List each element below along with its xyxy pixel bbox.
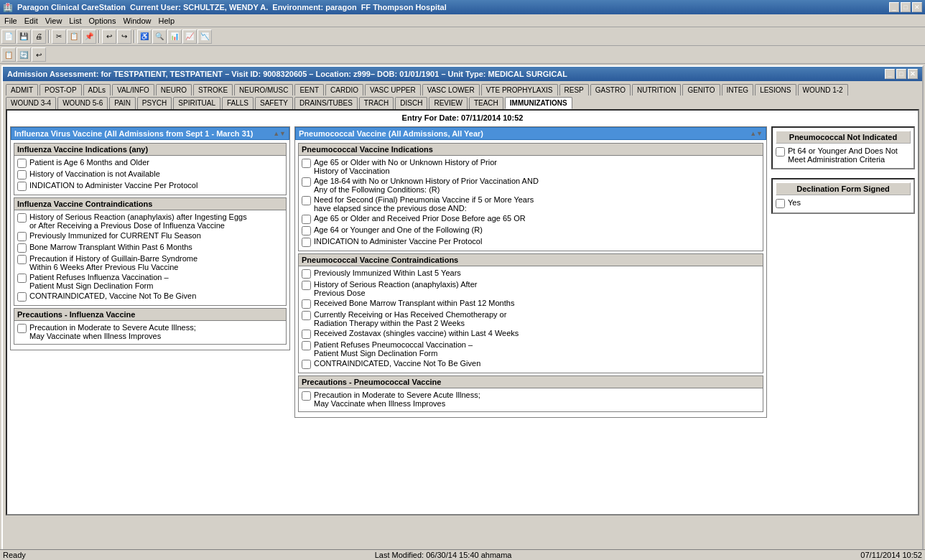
menu-bar: File Edit View List Options Window Help [0, 14, 925, 27]
pneumo-contra-3-checkbox[interactable] [302, 299, 311, 309]
tab-spiritual[interactable]: SPIRITUAL [173, 97, 220, 109]
influenza-contraindications-content: History of Serious Reaction (anaphylaxis… [14, 210, 286, 305]
tab-disch[interactable]: DISCH [395, 97, 427, 109]
menu-list[interactable]: List [66, 16, 84, 26]
pneumo-contra-2-checkbox[interactable] [302, 281, 311, 290]
tab-trach[interactable]: TRACH [359, 97, 394, 109]
influenza-indication-1-checkbox[interactable] [17, 159, 27, 168]
toolbar-btn-4[interactable]: ✂ [52, 29, 66, 44]
tab-wound12[interactable]: WOUND 1-2 [798, 84, 848, 95]
menu-options[interactable]: Options [85, 16, 118, 26]
pneumo-indication-6-checkbox[interactable] [302, 238, 311, 247]
pneumo-not-indicated-label: Pt 64 or Younger And Does NotMeet Admini… [788, 146, 898, 164]
pneumo-not-indicated-checkbox[interactable] [776, 147, 785, 157]
pneumo-indication-2-checkbox[interactable] [302, 177, 311, 187]
toolbar-btn-6[interactable]: 📌 [82, 29, 96, 44]
pneumococcal-scroll[interactable]: ▲▼ [750, 130, 763, 137]
influenza-precautions-content: Precaution in Moderate to Severe Acute I… [14, 321, 286, 344]
tab-admit[interactable]: ADMIT [6, 84, 38, 95]
toolbar-btn-13[interactable]: 📉 [197, 29, 212, 44]
menu-help[interactable]: Help [156, 16, 178, 26]
tab-lesions[interactable]: LESIONS [755, 84, 796, 95]
window-maximize[interactable]: □ [896, 69, 906, 79]
influenza-contra-6-checkbox[interactable] [17, 292, 27, 302]
toolbar2: 📋 🔄 ↩ [0, 46, 925, 64]
window-controls[interactable]: _ □ ✕ [885, 69, 918, 79]
influenza-precaution-1-checkbox[interactable] [17, 324, 27, 333]
influenza-contra-2-checkbox[interactable] [17, 232, 27, 241]
toolbar2-btn-3[interactable]: ↩ [32, 47, 46, 62]
tab-vascupper[interactable]: VASC UPPER [365, 84, 421, 95]
tab-review[interactable]: REVIEW [429, 97, 467, 109]
tab-pain[interactable]: PAIN [109, 97, 136, 109]
pneumo-contra-5-checkbox[interactable] [302, 330, 311, 339]
menu-file[interactable]: File [1, 16, 20, 26]
toolbar-btn-8[interactable]: ↪ [117, 29, 131, 44]
tab-valinfo[interactable]: VAL/INFO [112, 84, 154, 95]
pneumococcal-indications-box: Pneumococcal Vaccine Indications Age 65 … [298, 143, 763, 251]
pneumo-contra-6-checkbox[interactable] [302, 341, 311, 350]
tab-immunizations[interactable]: IMMUNIZATIONS [505, 97, 572, 109]
tab-cardio[interactable]: CARDIO [325, 84, 363, 95]
toolbar-btn-3[interactable]: 🖨 [32, 29, 46, 44]
pneumo-indication-3-checkbox[interactable] [302, 196, 311, 205]
tab-wound34[interactable]: WOUND 3-4 [6, 97, 56, 109]
toolbar-btn-11[interactable]: 📊 [167, 29, 182, 44]
menu-window[interactable]: Window [120, 16, 154, 26]
tab-vteprophylaxis[interactable]: VTE PROPHYLAXIS [481, 84, 558, 95]
pneumo-indication-5-checkbox[interactable] [302, 226, 311, 235]
influenza-contra-3-checkbox[interactable] [17, 243, 27, 253]
menu-edit[interactable]: Edit [22, 16, 41, 26]
influenza-scroll[interactable]: ▲▼ [273, 130, 286, 137]
toolbar-btn-1[interactable]: 📄 [1, 29, 16, 44]
toolbar-btn-9[interactable]: ♿ [137, 29, 152, 44]
tab-psych[interactable]: PSYCH [137, 97, 172, 109]
window-minimize[interactable]: _ [885, 69, 895, 79]
window-close[interactable]: ✕ [908, 69, 918, 79]
tab-postop[interactable]: POST-OP [39, 84, 81, 95]
toolbar-btn-10[interactable]: 🔍 [152, 29, 167, 44]
title-bar-controls[interactable]: _ □ ✕ [889, 2, 922, 12]
tab-stroke[interactable]: STROKE [193, 84, 233, 95]
influenza-indication-3-checkbox[interactable] [17, 182, 27, 191]
tab-draintubes[interactable]: DRAINS/TUBES [294, 97, 358, 109]
toolbar-btn-12[interactable]: 📈 [182, 29, 197, 44]
toolbar-btn-5[interactable]: 📋 [67, 29, 81, 44]
pneumo-indication-1-checkbox[interactable] [302, 159, 311, 168]
tab-nutrition[interactable]: NUTRITION [632, 84, 681, 95]
influenza-contra-1-checkbox[interactable] [17, 213, 27, 223]
tab-vasclower[interactable]: VASC LOWER [422, 84, 480, 95]
close-button[interactable]: ✕ [912, 2, 922, 12]
tab-integ[interactable]: INTEG [722, 84, 754, 95]
tab-neuromusc[interactable]: NEURO/MUSC [234, 84, 293, 95]
maximize-button[interactable]: □ [901, 2, 911, 12]
tab-gastro[interactable]: GASTRO [590, 84, 631, 95]
declination-form-checkbox[interactable] [776, 199, 785, 208]
user-label: Current User: SCHULTZE, WENDY A. [130, 3, 268, 11]
tab-safety[interactable]: SAFETY [255, 97, 293, 109]
tab-teach[interactable]: TEACH [469, 97, 503, 109]
pneumo-indication-4-checkbox[interactable] [302, 215, 311, 224]
influenza-contra-4-checkbox[interactable] [17, 255, 27, 264]
toolbar-btn-2[interactable]: 💾 [17, 29, 31, 44]
pneumo-contra-7-checkbox[interactable] [302, 360, 311, 369]
influenza-contra-5-checkbox[interactable] [17, 274, 27, 283]
minimize-button[interactable]: _ [889, 2, 899, 12]
pneumococcal-not-indicated-box: Pneumococcal Not Indicated Pt 64 or Youn… [771, 126, 915, 169]
pneumo-precaution-1-checkbox[interactable] [302, 391, 311, 401]
tab-eent[interactable]: EENT [294, 84, 324, 95]
toolbar2-btn-2[interactable]: 🔄 [17, 47, 31, 62]
influenza-indication-2-checkbox[interactable] [17, 170, 27, 179]
tab-adls[interactable]: ADLs [83, 84, 111, 95]
tab-neuro[interactable]: NEURO [156, 84, 192, 95]
tab-resp[interactable]: RESP [559, 84, 589, 95]
menu-view[interactable]: View [42, 16, 65, 26]
pneumo-contra-4-checkbox[interactable] [302, 311, 311, 320]
tab-falls[interactable]: FALLS [222, 97, 254, 109]
tab-genito[interactable]: GENITO [682, 84, 720, 95]
pneumo-contra-1-checkbox[interactable] [302, 269, 311, 279]
toolbar2-btn-1[interactable]: 📋 [1, 47, 16, 62]
pneumo-contra-5: Received Zostavax (shingles vaccine) wit… [302, 329, 760, 339]
toolbar-btn-7[interactable]: ↩ [102, 29, 116, 44]
tab-wound56[interactable]: WOUND 5-6 [57, 97, 108, 109]
